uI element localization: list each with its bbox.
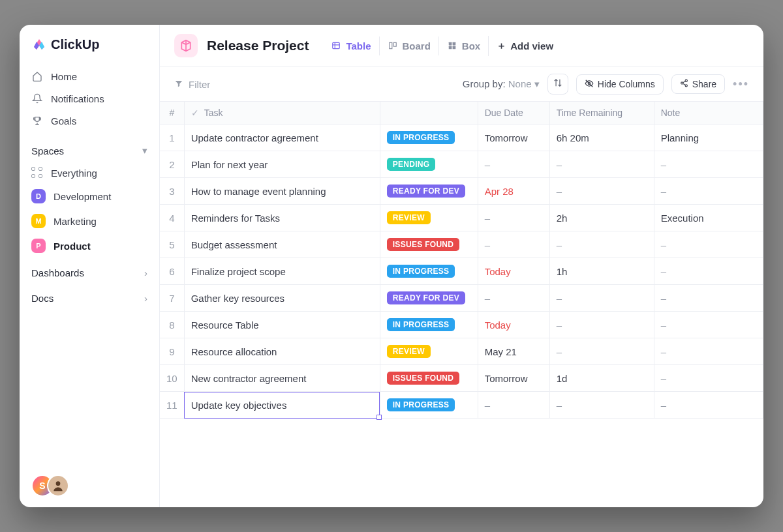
add-view-button[interactable]: ＋ Add view	[488, 36, 561, 56]
note-cell[interactable]: –	[654, 392, 763, 419]
sort-button[interactable]	[547, 74, 568, 95]
time-cell[interactable]: –	[549, 151, 654, 178]
table-row[interactable]: 9Resource allocationREVIEWMay 21––	[160, 338, 763, 365]
hide-columns-button[interactable]: Hide Columns	[576, 74, 664, 95]
time-cell[interactable]: 2h	[549, 205, 654, 231]
docs-header[interactable]: Docs ›	[20, 284, 159, 309]
time-cell[interactable]: –	[549, 285, 654, 312]
note-cell[interactable]: –	[654, 258, 763, 285]
view-tab-label: Table	[346, 40, 371, 52]
sort-icon	[553, 78, 562, 90]
time-cell[interactable]: 1h	[549, 258, 654, 285]
share-button[interactable]: Share	[671, 74, 725, 94]
due-cell[interactable]: Tomorrow	[478, 125, 549, 151]
time-cell[interactable]: 1d	[549, 365, 654, 392]
everything-item[interactable]: Everything	[20, 162, 159, 184]
col-header-task[interactable]: ✓ Task	[184, 102, 380, 125]
view-tab-box[interactable]: Box	[438, 37, 488, 55]
status-cell[interactable]: IN PROGRESS	[380, 312, 478, 338]
status-cell[interactable]: REVIEW	[380, 205, 478, 231]
time-cell[interactable]: –	[549, 392, 654, 419]
note-cell[interactable]: –	[654, 338, 763, 365]
task-cell[interactable]: Reminders for Tasks	[184, 205, 380, 231]
col-header-status[interactable]	[380, 102, 478, 125]
due-cell[interactable]: Tomorrow	[478, 365, 549, 392]
table-row[interactable]: 6Finalize project scopeIN PROGRESSToday1…	[160, 258, 763, 285]
due-cell[interactable]: –	[478, 285, 549, 312]
col-header-note[interactable]: Note	[654, 102, 763, 125]
avatar-stack[interactable]: S	[31, 475, 69, 497]
due-cell[interactable]: –	[478, 392, 549, 419]
nav-goals[interactable]: Goals	[20, 110, 159, 132]
time-cell[interactable]: –	[549, 312, 654, 338]
task-cell[interactable]: Update contractor agreement	[184, 125, 380, 151]
note-cell[interactable]: –	[654, 365, 763, 392]
status-cell[interactable]: REVIEW	[380, 338, 478, 365]
due-cell[interactable]: –	[478, 205, 549, 231]
dashboards-header[interactable]: Dashboards ›	[20, 258, 159, 284]
note-cell[interactable]: –	[654, 312, 763, 338]
due-cell[interactable]: Apr 28	[478, 178, 549, 205]
time-cell[interactable]: –	[549, 231, 654, 258]
time-cell[interactable]: –	[549, 178, 654, 205]
nav-home[interactable]: Home	[20, 65, 159, 87]
table-row[interactable]: 5Budget assessmentISSUES FOUND–––	[160, 231, 763, 258]
table-row[interactable]: 4Reminders for TasksREVIEW–2hExecution	[160, 205, 763, 231]
table-row[interactable]: 2Plan for next yearPENDING–––	[160, 151, 763, 178]
spaces-header[interactable]: Spaces ▾	[20, 136, 159, 162]
logo[interactable]: ClickUp	[20, 34, 159, 61]
due-cell[interactable]: Today	[478, 258, 549, 285]
space-development[interactable]: D Development	[20, 184, 159, 209]
table-row[interactable]: 1Update contractor agreementIN PROGRESST…	[160, 125, 763, 151]
time-cell[interactable]: 6h 20m	[549, 125, 654, 151]
status-cell[interactable]: ISSUES FOUND	[380, 365, 478, 392]
note-cell[interactable]: –	[654, 151, 763, 178]
task-cell[interactable]: Resource Table	[184, 312, 380, 338]
due-cell[interactable]: Today	[478, 312, 549, 338]
due-cell[interactable]: –	[478, 151, 549, 178]
row-number: 9	[160, 338, 184, 365]
col-header-row[interactable]: #	[160, 102, 184, 125]
nav-notifications[interactable]: Notifications	[20, 87, 159, 110]
space-marketing[interactable]: M Marketing	[20, 209, 159, 233]
col-header-due[interactable]: Due Date	[478, 102, 549, 125]
time-cell[interactable]: –	[549, 338, 654, 365]
status-cell[interactable]: ISSUES FOUND	[380, 231, 478, 258]
note-cell[interactable]: Planning	[654, 125, 763, 151]
chevron-right-icon: ›	[144, 293, 147, 304]
task-cell[interactable]: How to manage event planning	[184, 178, 380, 205]
more-menu-button[interactable]: •••	[733, 78, 749, 91]
note-cell[interactable]: –	[654, 178, 763, 205]
task-cell[interactable]: Gather key resources	[184, 285, 380, 312]
status-cell[interactable]: IN PROGRESS	[380, 258, 478, 285]
table-row[interactable]: 11Update key objectivesIN PROGRESS–––	[160, 392, 763, 419]
group-by-selector[interactable]: Group by: None ▾	[463, 78, 540, 90]
task-cell[interactable]: Plan for next year	[184, 151, 380, 178]
task-cell[interactable]: Update key objectives	[184, 392, 380, 419]
view-tab-table[interactable]: Table	[323, 37, 378, 55]
status-cell[interactable]: PENDING	[380, 151, 478, 178]
table-row[interactable]: 10New contractor agreementISSUES FOUNDTo…	[160, 365, 763, 392]
due-cell[interactable]: May 21	[478, 338, 549, 365]
due-cell[interactable]: –	[478, 231, 549, 258]
note-cell[interactable]: –	[654, 285, 763, 312]
task-cell[interactable]: Budget assessment	[184, 231, 380, 258]
note-cell[interactable]: –	[654, 231, 763, 258]
col-header-time[interactable]: Time Remaining	[549, 102, 654, 125]
svg-rect-2	[389, 42, 392, 48]
task-cell[interactable]: Finalize project scope	[184, 258, 380, 285]
space-product[interactable]: P Product	[20, 233, 159, 258]
note-cell[interactable]: Execution	[654, 205, 763, 231]
table-row[interactable]: 7Gather key resourcesREADY FOR DEV–––	[160, 285, 763, 312]
table-row[interactable]: 3How to manage event planningREADY FOR D…	[160, 178, 763, 205]
view-tab-board[interactable]: Board	[379, 37, 438, 55]
filter-button[interactable]: Filter	[174, 79, 210, 90]
status-cell[interactable]: READY FOR DEV	[380, 178, 478, 205]
task-cell[interactable]: New contractor agreement	[184, 365, 380, 392]
status-cell[interactable]: IN PROGRESS	[380, 392, 478, 419]
table-row[interactable]: 8Resource TableIN PROGRESSToday––	[160, 312, 763, 338]
status-cell[interactable]: READY FOR DEV	[380, 285, 478, 312]
col-label: Task	[204, 108, 223, 118]
task-cell[interactable]: Resource allocation	[184, 338, 380, 365]
status-cell[interactable]: IN PROGRESS	[380, 125, 478, 151]
